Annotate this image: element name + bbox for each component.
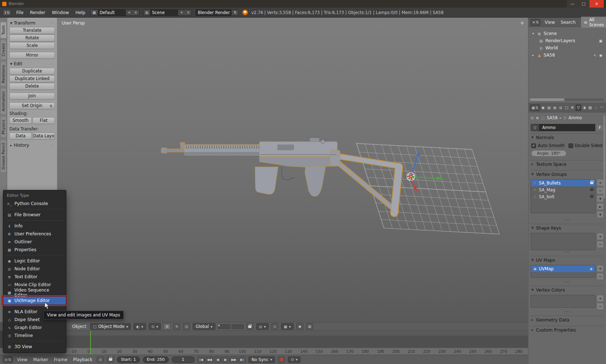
outliner-display-mode-dropdown[interactable]: ≡ All Scenes [581,17,606,28]
object-menu[interactable]: Object [71,324,88,329]
window-titlebar[interactable]: Blender — □ × [0,0,606,8]
snap-magnet-button[interactable]: ∪ [271,323,278,330]
info-editor-type-button[interactable]: ℹ ⇅ [3,9,11,16]
outliner-search-menu[interactable]: Search [559,20,577,25]
add-vertex-color-button[interactable]: + [597,295,604,302]
join-button[interactable]: Join [9,93,55,99]
scale-button[interactable]: Scale [9,42,55,49]
keying-set-dropdown[interactable]: ⊙ ▾ [288,356,300,363]
tab-relations[interactable]: Relations [0,62,6,86]
outliner-editor-type-button[interactable]: ≡ ⇅ [531,19,540,26]
vertex-groups-panel-header[interactable]: ▼ Vertex Groups [531,170,604,178]
render-camera-icon[interactable]: ◉ [589,267,593,271]
next-keyframe-button[interactable]: ▶▶ [230,356,238,363]
menu-item-text-editor[interactable]: ≣ Text Editor [3,273,66,281]
proportional-edit-dropdown[interactable]: ◎ ▾ [256,323,269,330]
minimize-button[interactable]: — [567,0,578,8]
viewport-3d[interactable]: User Persp + [57,18,528,322]
vertex-colors-list[interactable] [531,295,596,308]
delete-scene-button[interactable]: × [185,10,192,15]
outliner-view-menu[interactable]: View [543,20,556,25]
lock-icon[interactable] [590,195,593,198]
render-opengl-button[interactable]: ▤ [306,323,313,330]
history-panel-header[interactable]: ► History ∷∷ [9,141,55,149]
lock-to-scene-button[interactable] [246,323,254,330]
shape-keys-panel-header[interactable]: ▼ Shape Keys [531,224,604,232]
tools-icon[interactable]: ⚙ [536,116,539,120]
menu-item-graph-editor[interactable]: ∿ Graph Editor [3,324,66,332]
play-button[interactable]: ▶ [222,356,229,363]
scene-value[interactable]: Scene [150,10,178,15]
render-menu[interactable]: Render [28,10,47,15]
screen-layout-selector[interactable]: ▦ Default + × [90,9,139,16]
vertex-group-item[interactable]: ∷ SA_Bullets [531,179,595,186]
delete-button[interactable]: Delete [9,83,55,90]
renderability-icon[interactable]: ▣ [599,39,602,43]
tab-animation[interactable]: Animation [0,88,6,115]
shade-smooth-button[interactable]: Smooth [9,117,32,124]
tab-particles[interactable]: ∴ [593,105,598,111]
custom-properties-panel-header[interactable]: ► Custom Properties [531,326,604,334]
tree-row-world[interactable]: ◎ World [528,44,606,52]
menu-item-python-console[interactable]: >_ Python Console [3,200,66,208]
snap-element-dropdown[interactable]: ▦ ▾ [281,323,294,330]
maximize-button[interactable]: □ [578,0,589,8]
tree-row-object[interactable]: ▸ ▲ SA58 ↖ ◉ [528,52,606,59]
viewport-shading-dropdown[interactable]: ◐ ▾ [133,323,146,330]
object-label[interactable]: SA58 [544,53,555,58]
tab-tools[interactable]: Tools [0,22,6,38]
render-restrict-icon[interactable]: ◉ [599,53,602,57]
menu-item-info[interactable]: ℹ Info [3,222,66,230]
vertex-group-item[interactable]: ∷ SA_bolt [531,193,595,200]
tab-scene[interactable]: ◍ [552,105,558,111]
layers-widget[interactable] [218,324,244,329]
preview-range-button[interactable]: ◷ [97,356,104,363]
sync-mode-dropdown[interactable]: No Sync ▾ [249,356,275,363]
list-resize-grip[interactable]: ══ [531,218,604,222]
tab-physics[interactable]: ◠ [599,105,605,111]
file-menu[interactable]: File [15,10,25,15]
menu-item-timeline[interactable]: ◷ Timeline [3,332,66,339]
timeline-playback-menu[interactable]: Playback [72,357,94,362]
add-uv-map-button[interactable]: + [597,265,604,272]
auto-smooth-checkbox[interactable]: ✓ [531,143,536,148]
duplicate-button[interactable]: Duplicate [9,68,55,75]
expand-icon[interactable]: ▾ [531,32,535,35]
delete-layout-button[interactable]: × [132,10,139,15]
tree-row-scene[interactable]: ▾ ◍ Scene [528,30,606,37]
add-layout-button[interactable]: + [126,10,132,15]
menu-item-user-preferences[interactable]: ⚙ User Preferences [3,230,66,238]
render-engine-value[interactable]: Blender Render [196,10,232,15]
scene-selector[interactable]: ◍ Scene + × [143,9,192,16]
mirror-button[interactable]: Mirror [9,52,55,59]
end-frame-field[interactable]: End: 250 [143,356,169,363]
tab-object-data[interactable]: ▽ [576,105,581,111]
move-group-up-button[interactable]: ▸ [597,203,604,210]
world-label[interactable]: World [545,45,558,50]
render-still-button[interactable]: ◉ [296,323,303,330]
texture-space-panel-header[interactable]: ► Texture Space [531,160,604,168]
pin-icon[interactable]: ⊙ [531,116,533,120]
manipulator-scale-button[interactable]: ◱ [183,323,190,330]
tab-render-layers[interactable]: ▤ [546,105,552,111]
datablock-name-field[interactable]: Ammo [539,124,595,131]
move-group-down-button[interactable]: ▾ [597,211,604,218]
vertex-group-item[interactable]: ∷ SA_Mag [531,186,595,193]
play-reverse-button[interactable]: ◀ [214,356,221,363]
geometry-data-panel-header[interactable]: ► Geometry Data [531,316,604,324]
breadcrumb-object[interactable]: SA58 [547,115,558,120]
fake-user-button[interactable]: F [596,124,604,131]
current-frame-field[interactable]: 1 [172,356,195,363]
render-layers-label[interactable]: RenderLayers [545,38,575,43]
remove-uv-map-button[interactable]: − [597,273,604,280]
angle-slider[interactable]: Angle: 180° [531,150,566,156]
add-scene-button[interactable]: + [178,10,185,15]
list-resize-grip[interactable]: ══ [531,310,604,314]
start-frame-field[interactable]: Start: 1 [117,356,140,363]
timeline-marker-menu[interactable]: Marker [32,357,49,362]
menu-item-logic-editor[interactable]: ◉ Logic Editor [3,257,66,265]
manipulator-rotate-button[interactable]: ↻ [173,323,180,330]
record-button[interactable] [278,356,285,363]
orientation-dropdown[interactable]: Global ▾ [193,323,215,330]
screen-layout-value[interactable]: Default [98,10,126,15]
